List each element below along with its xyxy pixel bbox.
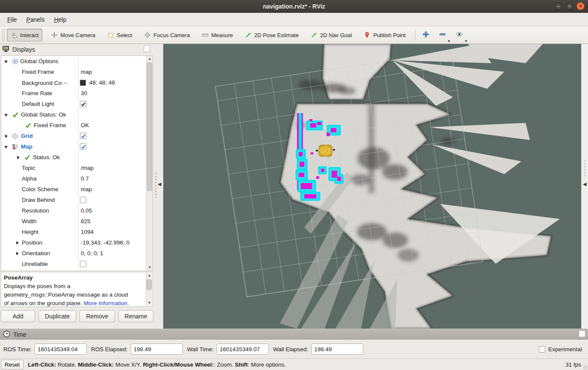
expander-right-icon[interactable] [16,152,20,163]
tool-interact[interactable]: Interact [7,29,42,41]
tree-row-position[interactable]: Position -19.343; -42.996; 0 [1,237,153,248]
tool-move-camera[interactable]: Move Camera [47,29,99,41]
wall-time-input[interactable] [217,344,269,355]
property-value[interactable]: 48; 48; 48 [89,77,115,88]
color-swatch[interactable] [80,77,88,88]
tree-row-fixed-frame-status[interactable]: Fixed Frame OK [1,120,153,131]
tree-row-global-status[interactable]: Global Status: Ok [1,109,153,120]
experimental-toggle[interactable]: Experimental [539,346,582,353]
menu-file[interactable]: File [3,14,22,25]
resize-grip[interactable] [583,365,588,370]
time-panel-header[interactable]: Time [0,329,588,340]
toolbar-separator [415,29,415,41]
tree-row-color-scheme[interactable]: Color Scheme map [1,184,153,195]
displays-buttons: Add Duplicate Remove Rename [1,310,153,322]
scroll-up-icon[interactable]: ▲ [146,273,153,279]
checkbox-checked[interactable] [80,99,86,109]
checkbox-unchecked[interactable] [80,195,86,205]
duplicate-button[interactable]: Duplicate [38,310,76,322]
panel-float-button[interactable] [144,45,150,52]
menu-panels[interactable]: Panels [22,14,50,25]
tree-row-map-display[interactable]: Map [1,141,153,152]
tree-row-alpha[interactable]: Alpha 0.7 [1,173,153,184]
time-panel-body: ROS Time: ROS Elapsed: Wall Time: Wall E… [0,340,588,358]
toolbar-drag-handle[interactable] [2,29,5,41]
scrollbar-thumb[interactable] [147,63,152,191]
panel-splitter[interactable]: ◀ [153,44,163,329]
splitter-handle[interactable] [584,159,586,178]
checkbox-unchecked[interactable] [539,346,545,353]
tree-row-map-status[interactable]: Status: Ok [1,152,153,163]
tree-row-frame-rate[interactable]: Frame Rate 30 [1,88,153,99]
property-value[interactable]: 30 [81,88,87,99]
ros-elapsed-input[interactable] [131,344,183,355]
displays-panel-header[interactable]: Displays [0,44,153,55]
tool-visibility-button[interactable]: ▼ [453,29,466,41]
tree-row-height[interactable]: Height 1094 [1,227,153,237]
minimize-icon[interactable]: – [554,2,562,10]
remove-button[interactable]: Remove [79,310,115,322]
expander-down-icon[interactable] [4,56,8,67]
tree-row-unreliable[interactable]: Unreliable [1,259,153,269]
wall-elapsed-input[interactable] [311,344,363,355]
expander-right-icon[interactable] [15,248,19,259]
panel-float-button[interactable] [579,330,585,337]
expander-down-icon[interactable] [4,109,8,120]
tool-focus-camera[interactable]: Focus Camera [141,29,193,41]
window-title: navigation.rviz* - RViz [263,3,325,10]
tree-row-resolution[interactable]: Resolution 0.05 [1,205,153,216]
help-scrollbar[interactable]: ▲ ▼ [146,273,152,306]
reset-button[interactable]: Reset [1,360,24,370]
scroll-up-icon[interactable]: ▲ [147,56,153,62]
expander-right-icon[interactable] [15,237,19,248]
collapse-left-icon[interactable]: ◀ [158,181,161,187]
ros-time-input[interactable] [35,344,87,355]
tree-scrollbar[interactable]: ▲ ▼ [146,56,153,271]
property-value[interactable]: map [81,67,92,77]
tree-row-global-options[interactable]: Global Options [1,56,153,67]
focus-target-icon [144,32,151,38]
tool-2d-pose-estimate[interactable]: 2D Pose Estimate [241,29,302,41]
add-tool-button[interactable] [420,29,432,41]
remove-tool-button[interactable]: ▼ [436,29,449,41]
menu-help[interactable]: Help [49,14,71,25]
move-arrows-icon [51,32,58,38]
maximize-icon[interactable]: ○ [565,2,573,10]
property-value[interactable]: map [81,184,92,195]
rename-button[interactable]: Rename [118,310,154,322]
tree-row-background-color[interactable]: Background Co⋯ 48; 48; 48 [1,77,153,88]
display-description-box: PoseArray Displays the poses from a geom… [1,272,153,307]
tree-row-grid-display[interactable]: Grid [1,131,153,141]
tool-publish-point[interactable]: Publish Point [360,29,409,41]
checkbox-checked[interactable] [80,131,86,141]
scrollbar-thumb[interactable] [147,280,152,290]
render-viewport[interactable] [163,44,581,329]
tool-2d-nav-goal[interactable]: 2D Nav Goal [307,29,355,41]
splitter-handle[interactable] [155,172,157,198]
checkbox-unchecked[interactable] [80,259,86,269]
more-information-link[interactable]: More Information. [84,300,129,306]
tool-select[interactable]: Select [104,29,135,41]
right-panel-splitter[interactable]: ◀ [581,44,588,329]
scroll-down-icon[interactable]: ▼ [147,265,153,271]
tree-row-orientation[interactable]: Orientation 0; 0; 0; 1 [1,248,153,259]
expander-down-icon[interactable] [4,141,8,152]
tool-label: 2D Pose Estimate [254,32,299,38]
tree-row-default-light[interactable]: Default Light [1,99,153,109]
close-icon[interactable]: ✕ [576,2,585,10]
tree-row-width[interactable]: Width 825 [1,216,153,227]
checkbox-checked[interactable] [80,141,86,152]
property-value[interactable]: /map [81,163,94,173]
main-area: Displays Global Options Fixed Frame map … [0,44,588,329]
tool-measure[interactable]: Measure [198,29,236,41]
property-value[interactable]: 0.7 [81,173,89,184]
tree-row-fixed-frame[interactable]: Fixed Frame map [1,67,153,77]
tree-row-draw-behind[interactable]: Draw Behind [1,195,153,205]
expander-right-icon[interactable] [4,131,8,141]
collapse-left-icon[interactable]: ◀ [583,181,586,187]
tree-row-topic[interactable]: Topic /map [1,163,153,173]
add-button[interactable]: Add [1,310,35,322]
chevron-down-icon[interactable]: ▼ [447,39,450,43]
scroll-down-icon[interactable]: ▼ [146,300,153,306]
chevron-down-icon[interactable]: ▼ [464,39,467,43]
